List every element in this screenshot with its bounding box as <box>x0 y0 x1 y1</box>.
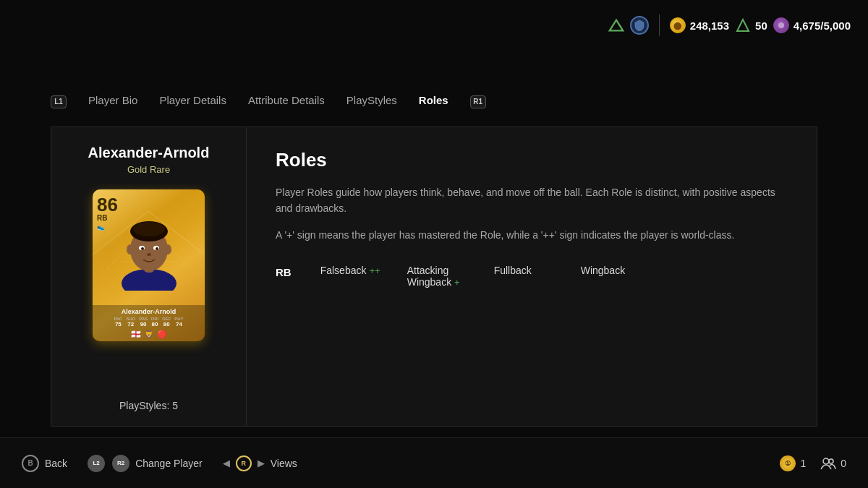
stat-dri: DRI 80 <box>151 317 158 328</box>
player-name-title: Alexander-Arnold <box>88 145 210 161</box>
bottom-right: ① 1 0 <box>780 455 846 471</box>
svg-point-20 <box>164 244 171 254</box>
svg-point-22 <box>829 459 833 463</box>
right-count1: 1 <box>800 458 806 469</box>
right-item-1: ① 1 <box>780 455 806 471</box>
role-attacking-wingback: AttackingWingback + <box>407 265 494 288</box>
l2-button[interactable]: L2 <box>88 455 105 472</box>
role-falseback: Falseback ++ <box>320 265 407 288</box>
role-position: RB <box>276 265 292 278</box>
card-flags: 🏴󠁧󠁢󠁥󠁮󠁧󠁿 🦁 🔴 <box>131 330 167 339</box>
right-icon-1: ① <box>780 455 796 471</box>
club-badge: 🔴 <box>157 330 167 339</box>
left-panel: Alexander-Arnold Gold Rare 86 RB 👟 <box>51 127 247 426</box>
tab-player-details[interactable]: Player Details <box>159 94 226 109</box>
triangle-icon <box>608 17 624 33</box>
attacking-wingback-plus: + <box>454 277 460 288</box>
svg-point-13 <box>133 222 165 236</box>
people-icon <box>820 456 836 471</box>
gold-currency-icon: ⬤ <box>670 17 686 33</box>
right-panel: Roles Player Roles guide how players thi… <box>247 127 817 426</box>
tab-player-bio[interactable]: Player Bio <box>88 94 137 109</box>
svg-marker-0 <box>610 20 623 31</box>
england-flag: 🏴󠁧󠁢󠁥󠁮󠁧󠁿 <box>131 330 141 339</box>
role-fullback: Fullback <box>494 265 581 288</box>
top-bar: ⬤ 248,153 50 4,675/5,000 <box>608 0 868 51</box>
dpad-left: ◀ <box>223 458 230 468</box>
roles-title: Roles <box>276 149 788 171</box>
svg-point-18 <box>147 253 151 256</box>
back-action[interactable]: B Back <box>22 455 67 472</box>
roles-description1: Player Roles guide how players think, be… <box>276 184 788 217</box>
card-bottom: Alexander-Arnold PAC 75 SHO 72 PAS 90 <box>93 305 205 341</box>
svg-point-17 <box>156 247 158 250</box>
card-player-name-small: Alexander-Arnold <box>122 308 176 315</box>
svg-point-19 <box>127 244 134 254</box>
playstyles-label: PlayStyles: 5 <box>119 400 178 411</box>
player-rarity: Gold Rare <box>127 164 170 175</box>
fifa-card: 86 RB 👟 <box>93 189 205 341</box>
purple-currency-group: 4,675/5,000 <box>773 17 851 33</box>
arrow-left-icon: ◀ <box>223 458 230 468</box>
change-player-action[interactable]: L2 R2 Change Player <box>88 455 203 472</box>
divider <box>659 14 660 36</box>
right-item-2: 0 <box>820 456 846 471</box>
falseback-plus: ++ <box>369 265 380 276</box>
purple-amount: 4,675/5,000 <box>793 20 851 32</box>
stat-sho: SHO 72 <box>126 317 135 328</box>
player-image <box>106 207 192 291</box>
views-label: Views <box>271 458 297 469</box>
role-wingback: Wingback <box>581 265 668 288</box>
card-boot-icon: 👟 <box>97 223 105 231</box>
purple-currency-icon <box>773 17 789 33</box>
arrow-right-placeholder: ▶ <box>258 458 265 468</box>
stat-pas: PAS 90 <box>139 317 148 328</box>
nav-tabs: L1 Player Bio Player Details Attribute D… <box>51 94 486 109</box>
nav-left-badge: L1 <box>51 95 67 108</box>
svg-point-16 <box>141 247 144 250</box>
stat-phy: PHY 74 <box>174 317 183 328</box>
gold-currency-group: ⬤ 248,153 <box>670 17 729 33</box>
right-count2: 0 <box>841 458 846 469</box>
r-button-circle[interactable]: R <box>236 455 252 471</box>
shield-icon <box>630 16 649 35</box>
roles-description2: A '+' sign means the player has mastered… <box>276 227 788 243</box>
stat-def: DEF 80 <box>162 317 171 328</box>
svg-point-2 <box>778 22 784 28</box>
gold-amount: 248,153 <box>690 20 729 32</box>
main-content: Alexander-Arnold Gold Rare 86 RB 👟 <box>51 127 817 427</box>
svg-marker-1 <box>737 20 749 31</box>
stat-pac: PAC 75 <box>114 317 122 328</box>
change-player-label: Change Player <box>135 458 203 469</box>
svg-point-21 <box>823 458 829 464</box>
bottom-left: B Back L2 R2 Change Player ◀ R ▶ Views <box>22 455 297 472</box>
back-label: Back <box>45 458 67 469</box>
back-button-circle[interactable]: B <box>22 455 39 472</box>
tab-playstyles[interactable]: PlayStyles <box>346 94 397 109</box>
green-currency-group: 50 <box>735 17 767 33</box>
green-currency-icon <box>735 17 751 33</box>
card-stats-row: PAC 75 SHO 72 PAS 90 DRI 80 <box>114 317 183 328</box>
tab-attribute-details[interactable]: Attribute Details <box>248 94 325 109</box>
green-amount: 50 <box>755 20 767 32</box>
views-action[interactable]: ◀ R ▶ Views <box>223 455 297 471</box>
roles-list: Falseback ++ AttackingWingback + Fullbac… <box>320 265 668 288</box>
nav-right-badge: R1 <box>470 95 486 108</box>
r2-button[interactable]: R2 <box>112 455 129 472</box>
premier-league-icon: 🦁 <box>144 330 154 339</box>
roles-table: RB Falseback ++ AttackingWingback + Full… <box>276 265 788 288</box>
bottom-bar: B Back L2 R2 Change Player ◀ R ▶ Views ①… <box>0 437 868 488</box>
top-icons: ⬤ 248,153 50 4,675/5,000 <box>608 14 851 36</box>
tab-roles[interactable]: Roles <box>419 94 448 109</box>
